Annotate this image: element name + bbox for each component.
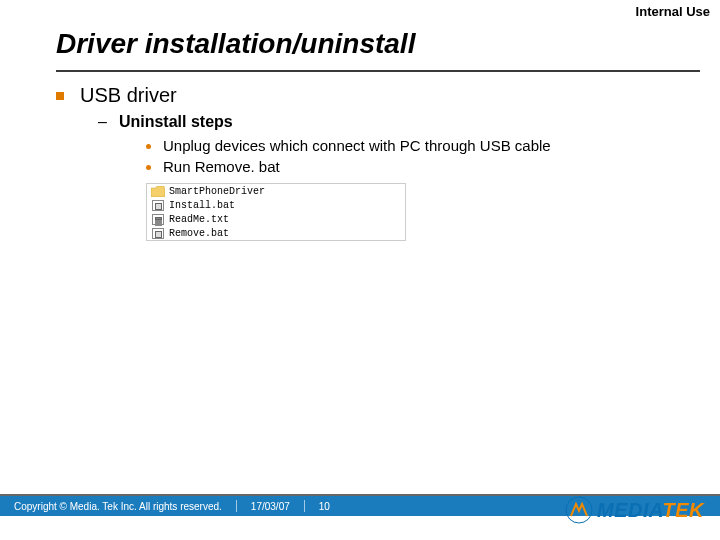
bullet-level3: Unplug devices which connect with PC thr…: [146, 137, 680, 154]
bat-file-icon: [151, 227, 165, 239]
lvl3a-text: Unplug devices which connect with PC thr…: [163, 137, 551, 154]
bullet-level2: – Uninstall steps: [98, 113, 680, 131]
dot-bullet-icon: [146, 144, 151, 149]
file-row-bat: Remove.bat: [147, 226, 405, 240]
bullet-level1: USB driver: [56, 84, 680, 107]
title-rule: [56, 70, 700, 72]
copyright-text: Copyright © Media. Tek Inc. All rights r…: [14, 501, 222, 512]
logo-text-tek: TEK: [663, 499, 705, 521]
classification-label: Internal Use: [636, 4, 710, 19]
file-name: ReadMe.txt: [169, 214, 229, 225]
lvl2-text: Uninstall steps: [119, 113, 233, 131]
bat-file-icon: [151, 199, 165, 211]
slide-title: Driver installation/uninstall: [56, 28, 415, 60]
lvl1-text: USB driver: [80, 84, 177, 107]
logo-mark-icon: [565, 496, 593, 524]
mediatek-logo: MEDIATEK: [565, 496, 704, 524]
square-bullet-icon: [56, 92, 64, 100]
file-row-folder: SmartPhoneDriver: [147, 184, 405, 198]
footer-page-number: 10: [319, 501, 330, 512]
txt-file-icon: [151, 213, 165, 225]
lvl3b-text: Run Remove. bat: [163, 158, 280, 175]
file-name: Remove.bat: [169, 228, 229, 239]
bullet-level3: Run Remove. bat: [146, 158, 680, 175]
logo-text-media: MEDIA: [597, 499, 662, 521]
file-name: SmartPhoneDriver: [169, 186, 265, 197]
folder-icon: [151, 185, 165, 197]
footer-separator: [304, 500, 305, 512]
file-name: Install.bat: [169, 200, 235, 211]
logo-text: MEDIATEK: [597, 499, 704, 522]
file-explorer-snippet: SmartPhoneDriver Install.bat ReadMe.txt …: [146, 183, 406, 241]
file-row-txt: ReadMe.txt: [147, 212, 405, 226]
dot-bullet-icon: [146, 165, 151, 170]
dash-bullet-icon: –: [98, 113, 107, 131]
footer-separator: [236, 500, 237, 512]
slide: Internal Use Driver installation/uninsta…: [0, 0, 720, 540]
footer-date: 17/03/07: [251, 501, 290, 512]
file-row-bat: Install.bat: [147, 198, 405, 212]
content-area: USB driver – Uninstall steps Unplug devi…: [56, 84, 680, 241]
